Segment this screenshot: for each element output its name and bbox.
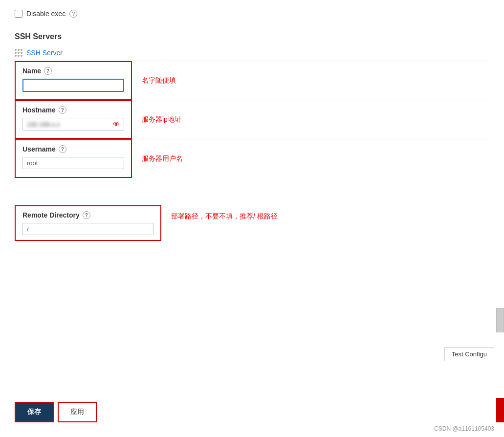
test-config-button[interactable]: Test Configu xyxy=(444,347,494,361)
username-help-icon[interactable]: ? xyxy=(59,145,66,153)
name-annotation: 名字随便填 xyxy=(132,61,489,100)
ssh-server-label: SSH Server xyxy=(26,49,63,57)
name-label: Name ? xyxy=(22,67,124,75)
remote-dir-annotation: 部署路径，不要不填，推荐/ 根路径 xyxy=(161,192,489,241)
disable-exec-checkbox[interactable] xyxy=(15,10,22,18)
scrollbar[interactable] xyxy=(496,308,504,332)
hostname-field-left: Hostname ? 192.168.x.x 👁 xyxy=(15,100,132,139)
apply-button[interactable]: 应用 xyxy=(58,402,97,422)
hostname-eye-icon[interactable]: 👁 xyxy=(113,120,120,128)
name-help-icon[interactable]: ? xyxy=(44,67,52,75)
hostname-input-wrapper: 192.168.x.x 👁 xyxy=(22,118,124,131)
username-label: Username ? xyxy=(22,145,124,153)
csdn-watermark: CSDN @a1161105403 xyxy=(434,425,494,432)
remote-dir-annotation-text: 部署路径，不要不填，推荐/ 根路径 xyxy=(171,212,278,221)
remote-dir-container: Remote Directory ? xyxy=(15,205,161,241)
save-button[interactable]: 保存 xyxy=(15,402,54,422)
disable-exec-label: Disable exec xyxy=(26,10,66,18)
username-field-container: Username ? 服务器用户名 xyxy=(15,139,489,178)
hostname-annotation-text: 服务器ip地址 xyxy=(142,115,181,124)
hostname-help-icon[interactable]: ? xyxy=(59,106,66,114)
remote-dir-input[interactable] xyxy=(22,223,153,235)
remote-dir-help-icon[interactable]: ? xyxy=(83,211,90,219)
name-input[interactable] xyxy=(22,79,124,92)
username-annotation: 服务器用户名 xyxy=(132,139,489,178)
ssh-server-header: SSH Server xyxy=(15,49,489,57)
page-container: Disable exec ? SSH Servers SSH Server Na… xyxy=(0,0,504,437)
bottom-buttons: 保存 应用 xyxy=(15,402,97,422)
remote-dir-wrapper: Remote Directory ? 部署路径，不要不填，推荐/ 根路径 xyxy=(15,192,489,241)
name-field-left: Name ? xyxy=(15,61,132,100)
remote-dir-label: Remote Directory ? xyxy=(22,211,153,219)
username-field-left: Username ? xyxy=(15,139,132,178)
ssh-servers-title: SSH Servers xyxy=(15,32,489,41)
name-annotation-text: 名字随便填 xyxy=(142,76,176,85)
disable-exec-row: Disable exec ? xyxy=(15,10,489,18)
ssh-servers-section: SSH Servers SSH Server Name ? 名字随便填 xyxy=(15,32,489,241)
hostname-label: Hostname ? xyxy=(22,106,124,114)
username-input[interactable] xyxy=(22,157,124,169)
name-field-container: Name ? 名字随便填 xyxy=(15,61,489,100)
hostname-blurred-value: 192.168.x.x xyxy=(27,121,111,128)
username-annotation-text: 服务器用户名 xyxy=(142,154,183,163)
red-square-decoration xyxy=(496,398,504,422)
hostname-annotation: 服务器ip地址 xyxy=(132,100,489,139)
disable-exec-help-icon[interactable]: ? xyxy=(69,10,77,18)
hostname-field-container: Hostname ? 192.168.x.x 👁 服务器ip地址 xyxy=(15,100,489,139)
drag-icon[interactable] xyxy=(15,49,22,57)
